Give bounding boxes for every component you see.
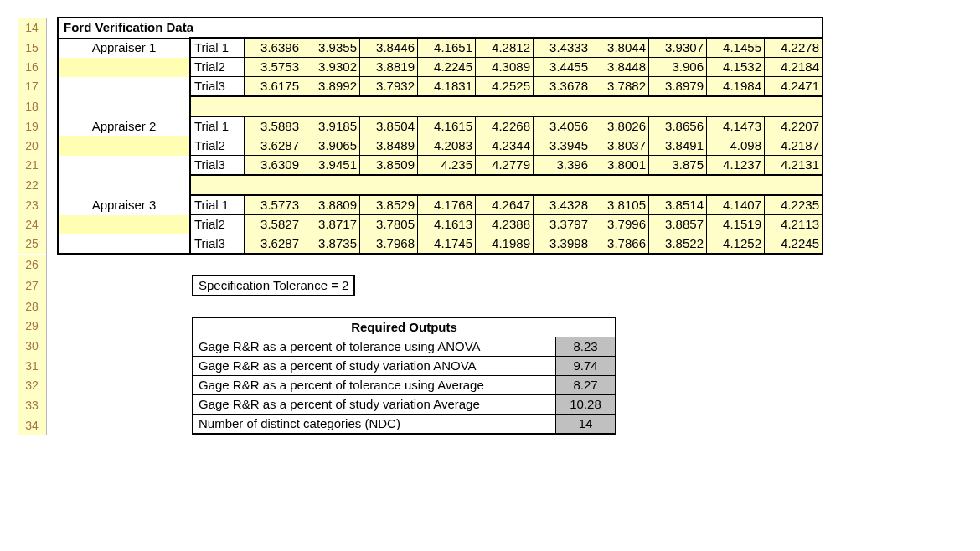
- data-cell[interactable]: 4.1613: [418, 215, 476, 234]
- data-cell[interactable]: 3.5827: [245, 215, 302, 234]
- data-cell[interactable]: 3.8522: [649, 234, 707, 255]
- data-cell[interactable]: 4.1519: [707, 215, 765, 234]
- data-cell[interactable]: 4.1745: [418, 234, 476, 255]
- data-cell[interactable]: 3.3945: [534, 136, 591, 156]
- data-cell[interactable]: 4.235: [418, 156, 476, 176]
- data-cell[interactable]: 3.8489: [360, 136, 418, 156]
- blank-cell: [58, 175, 190, 195]
- data-cell[interactable]: 3.9451: [302, 156, 360, 176]
- data-cell[interactable]: 4.2131: [765, 156, 823, 176]
- data-cell[interactable]: 4.2268: [476, 116, 534, 136]
- data-cell[interactable]: 4.2344: [476, 136, 534, 156]
- data-cell[interactable]: 3.8735: [302, 234, 360, 255]
- data-cell[interactable]: 3.7805: [360, 215, 418, 234]
- data-cell[interactable]: 3.9185: [302, 116, 360, 136]
- lower-section: 26 27 Specification Tolerance = 2 28 29 …: [17, 255, 781, 435]
- data-cell[interactable]: 3.396: [534, 156, 591, 176]
- data-cell[interactable]: 3.8809: [302, 195, 360, 215]
- data-cell[interactable]: 4.1473: [707, 116, 765, 136]
- data-cell[interactable]: 3.3678: [534, 77, 591, 97]
- data-cell[interactable]: 3.7932: [360, 77, 418, 97]
- data-cell[interactable]: 3.8857: [649, 215, 707, 234]
- data-cell[interactable]: 4.2113: [765, 215, 823, 234]
- data-cell[interactable]: 4.2245: [418, 58, 476, 77]
- data-cell[interactable]: 3.8105: [591, 195, 649, 215]
- data-cell[interactable]: 3.7882: [591, 77, 649, 97]
- data-cell[interactable]: 3.906: [649, 58, 707, 77]
- data-cell[interactable]: 3.6287: [245, 136, 302, 156]
- data-cell[interactable]: 3.9355: [302, 38, 360, 58]
- data-cell[interactable]: 4.1831: [418, 77, 476, 97]
- data-cell[interactable]: 4.1532: [707, 58, 765, 77]
- data-cell[interactable]: 3.3998: [534, 234, 591, 255]
- data-cell[interactable]: 3.8504: [360, 116, 418, 136]
- data-cell[interactable]: 4.2525: [476, 77, 534, 97]
- data-cell[interactable]: 3.8979: [649, 77, 707, 97]
- data-cell[interactable]: 4.1768: [418, 195, 476, 215]
- output-label: Gage R&R as a percent of tolerance using…: [193, 376, 556, 395]
- data-cell[interactable]: 3.4056: [534, 116, 591, 136]
- data-cell[interactable]: 3.4333: [534, 38, 591, 58]
- data-cell[interactable]: 3.8044: [591, 38, 649, 58]
- data-cell[interactable]: 3.6175: [245, 77, 302, 97]
- data-cell[interactable]: 4.2812: [476, 38, 534, 58]
- data-cell[interactable]: 4.1989: [476, 234, 534, 255]
- data-cell[interactable]: 3.875: [649, 156, 707, 176]
- data-cell[interactable]: 3.8717: [302, 215, 360, 234]
- data-cell[interactable]: 3.9307: [649, 38, 707, 58]
- data-cell[interactable]: 3.8448: [591, 58, 649, 77]
- data-cell[interactable]: 4.2647: [476, 195, 534, 215]
- data-cell[interactable]: 4.2278: [765, 38, 823, 58]
- data-cell[interactable]: 4.2083: [418, 136, 476, 156]
- data-cell[interactable]: 3.7996: [591, 215, 649, 234]
- data-cell[interactable]: 3.8026: [591, 116, 649, 136]
- data-cell[interactable]: 4.2779: [476, 156, 534, 176]
- data-cell[interactable]: 3.8491: [649, 136, 707, 156]
- data-cell[interactable]: 4.1407: [707, 195, 765, 215]
- output-value: 14: [556, 415, 616, 435]
- data-cell[interactable]: 4.2184: [765, 58, 823, 77]
- data-cell[interactable]: 4.1615: [418, 116, 476, 136]
- data-cell[interactable]: 4.1237: [707, 156, 765, 176]
- data-cell[interactable]: 4.1455: [707, 38, 765, 58]
- data-cell[interactable]: 3.5773: [245, 195, 302, 215]
- data-cell[interactable]: 3.4328: [534, 195, 591, 215]
- output-value: 8.23: [556, 337, 616, 357]
- spacer-cell: [418, 175, 476, 195]
- data-cell[interactable]: 3.6396: [245, 38, 302, 58]
- data-cell[interactable]: 3.8446: [360, 38, 418, 58]
- data-cell[interactable]: 4.2388: [476, 215, 534, 234]
- data-cell[interactable]: 4.2207: [765, 116, 823, 136]
- data-cell[interactable]: 3.5753: [245, 58, 302, 77]
- data-cell[interactable]: 4.2187: [765, 136, 823, 156]
- data-cell[interactable]: 4.3089: [476, 58, 534, 77]
- data-cell[interactable]: 3.3797: [534, 215, 591, 234]
- row-number: 26: [18, 255, 47, 275]
- data-cell[interactable]: 4.1651: [418, 38, 476, 58]
- data-cell[interactable]: 4.1252: [707, 234, 765, 255]
- row-number: 27: [18, 275, 47, 297]
- data-cell[interactable]: 3.8529: [360, 195, 418, 215]
- data-cell[interactable]: 3.7968: [360, 234, 418, 255]
- data-cell[interactable]: 3.6309: [245, 156, 302, 176]
- appraiser-label: Appraiser 3: [58, 195, 190, 215]
- data-cell[interactable]: 3.9302: [302, 58, 360, 77]
- data-cell[interactable]: 3.8992: [302, 77, 360, 97]
- data-cell[interactable]: 4.2471: [765, 77, 823, 97]
- data-cell[interactable]: 3.8819: [360, 58, 418, 77]
- data-cell[interactable]: 3.9065: [302, 136, 360, 156]
- data-cell[interactable]: 4.1984: [707, 77, 765, 97]
- required-outputs-table: Required Outputs Gage R&R as a percent o…: [192, 317, 616, 435]
- data-cell[interactable]: 4.2235: [765, 195, 823, 215]
- data-cell[interactable]: 3.5883: [245, 116, 302, 136]
- data-cell[interactable]: 3.7866: [591, 234, 649, 255]
- data-cell[interactable]: 4.098: [707, 136, 765, 156]
- data-cell[interactable]: 4.2245: [765, 234, 823, 255]
- data-cell[interactable]: 3.8514: [649, 195, 707, 215]
- data-cell[interactable]: 3.8001: [591, 156, 649, 176]
- data-cell[interactable]: 3.8509: [360, 156, 418, 176]
- data-cell[interactable]: 3.6287: [245, 234, 302, 255]
- data-cell[interactable]: 3.8037: [591, 136, 649, 156]
- data-cell[interactable]: 3.8656: [649, 116, 707, 136]
- data-cell[interactable]: 3.4455: [534, 58, 591, 77]
